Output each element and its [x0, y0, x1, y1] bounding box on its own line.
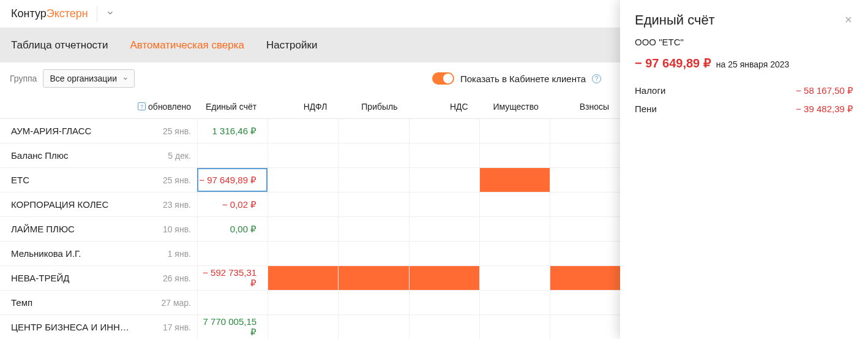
cell-nds[interactable]	[409, 168, 479, 192]
question-icon[interactable]: ?	[138, 102, 146, 110]
cell-ndfl[interactable]	[268, 315, 338, 339]
cell-property[interactable]	[479, 242, 550, 265]
table-row[interactable]: Темп27 мар.	[0, 291, 620, 315]
cell-property[interactable]	[479, 315, 550, 339]
cell-ndfl[interactable]	[268, 119, 338, 143]
cell-profit[interactable]	[338, 192, 408, 216]
cell-contrib[interactable]	[550, 143, 620, 167]
cell-nds[interactable]	[409, 266, 479, 290]
cell-property[interactable]	[479, 266, 550, 290]
cell-contrib[interactable]	[550, 315, 620, 339]
cell-ndfl[interactable]	[268, 168, 338, 192]
col-nds: НДС	[409, 102, 479, 112]
panel-line-label: Налоги	[635, 85, 665, 96]
group-select[interactable]: Все организации	[43, 69, 135, 88]
cell-contrib[interactable]	[550, 242, 620, 265]
col-unified: Единый счёт	[197, 102, 268, 112]
cell-nds[interactable]	[409, 291, 479, 314]
updated-date: 5 дек.	[135, 151, 197, 161]
cell-ndfl[interactable]	[268, 242, 338, 265]
cell-contrib[interactable]	[550, 291, 620, 314]
cell-property[interactable]	[479, 168, 550, 192]
org-name: ЕТС	[0, 175, 135, 185]
updated-date: 26 янв.	[135, 273, 197, 283]
divider	[97, 6, 97, 22]
cell-ndfl[interactable]	[268, 143, 338, 167]
updated-date: 25 янв.	[135, 175, 197, 185]
cell-unified[interactable]	[197, 143, 268, 167]
show-in-cabinet-toggle[interactable]	[432, 72, 454, 85]
cell-ndfl[interactable]	[268, 192, 338, 216]
logo-main: Контур	[11, 7, 47, 20]
tab-report[interactable]: Таблица отчетности	[11, 39, 108, 51]
cell-nds[interactable]	[409, 315, 479, 339]
cell-nds[interactable]	[409, 119, 479, 143]
group-label: Группа	[10, 74, 37, 83]
cell-property[interactable]	[479, 143, 550, 167]
table-row[interactable]: Мельникова И.Г.1 янв.	[0, 242, 620, 266]
org-name: АУМ-АРИЯ-ГЛАСС	[0, 126, 135, 136]
cell-unified[interactable]	[197, 242, 268, 265]
tab-settings[interactable]: Настройки	[266, 39, 317, 51]
panel-line-value: − 39 482,39 ₽	[796, 104, 853, 115]
table-row[interactable]: Баланс Плюс5 дек.	[0, 143, 620, 168]
cell-property[interactable]	[479, 217, 550, 241]
cell-unified[interactable]: − 97 649,89 ₽	[197, 168, 268, 192]
table-row[interactable]: КОРПОРАЦИЯ КОЛЕС23 янв.− 0,02 ₽	[0, 192, 620, 217]
cell-profit[interactable]	[338, 242, 408, 265]
org-name: ЦЕНТР БИЗНЕСА И ИННОВАЦ...	[0, 322, 135, 332]
cell-profit[interactable]	[338, 315, 408, 339]
chevron-down-icon[interactable]	[106, 9, 114, 19]
cell-contrib[interactable]	[550, 192, 620, 216]
cell-nds[interactable]	[409, 143, 479, 167]
cell-unified[interactable]: 0,00 ₽	[197, 217, 268, 241]
org-name: Мельникова И.Г.	[0, 248, 135, 259]
cell-ndfl[interactable]	[268, 291, 338, 314]
cell-profit[interactable]	[338, 143, 408, 167]
reconciliation-table: ? обновлено Единый счёт НДФЛ Прибыль НДС…	[0, 94, 620, 339]
info-icon[interactable]: ?	[592, 74, 601, 83]
cell-contrib[interactable]	[550, 266, 620, 290]
close-icon[interactable]	[844, 12, 853, 28]
cell-unified[interactable]: − 0,02 ₽	[197, 192, 268, 216]
cell-nds[interactable]	[409, 242, 479, 265]
cell-contrib[interactable]	[550, 168, 620, 192]
cell-nds[interactable]	[409, 217, 479, 241]
tab-reconcile[interactable]: Автоматическая сверка	[130, 39, 244, 51]
cell-profit[interactable]	[338, 291, 408, 314]
cell-ndfl[interactable]	[268, 266, 338, 290]
updated-date: 23 янв.	[135, 200, 197, 210]
cell-profit[interactable]	[338, 266, 408, 290]
cell-nds[interactable]	[409, 192, 479, 216]
updated-date: 10 янв.	[135, 224, 197, 234]
table-row[interactable]: ЕТС25 янв.− 97 649,89 ₽	[0, 168, 620, 192]
table-row[interactable]: АУМ-АРИЯ-ГЛАСС25 янв.1 316,46 ₽	[0, 119, 620, 143]
cell-profit[interactable]	[338, 168, 408, 192]
cell-unified[interactable]: − 592 735,31 ₽	[197, 266, 268, 290]
logo[interactable]: КонтурЭкстерн	[11, 7, 88, 20]
cell-contrib[interactable]	[550, 217, 620, 241]
org-name: Баланс Плюс	[0, 150, 135, 161]
cell-contrib[interactable]	[550, 119, 620, 143]
table-row[interactable]: ЛАЙМЕ ПЛЮС10 янв.0,00 ₽	[0, 217, 620, 242]
cell-profit[interactable]	[338, 217, 408, 241]
cell-unified[interactable]: 7 770 005,15 ₽	[197, 315, 268, 339]
cell-unified[interactable]: 1 316,46 ₽	[197, 119, 268, 143]
group-select-value: Все организации	[50, 74, 117, 83]
cell-property[interactable]	[479, 192, 550, 216]
panel-line: Налоги− 58 167,50 ₽	[635, 82, 853, 100]
cell-property[interactable]	[479, 119, 550, 143]
org-name: Темп	[0, 297, 135, 308]
updated-date: 25 янв.	[135, 126, 197, 136]
cell-profit[interactable]	[338, 119, 408, 143]
cell-unified[interactable]	[197, 291, 268, 314]
panel-amount: − 97 649,89 ₽	[635, 56, 711, 70]
logo-accent: Экстерн	[47, 7, 88, 20]
panel-line-value: − 58 167,50 ₽	[796, 85, 853, 96]
table-row[interactable]: ЦЕНТР БИЗНЕСА И ИННОВАЦ...17 янв.7 770 0…	[0, 315, 620, 339]
updated-date: 27 мар.	[135, 298, 197, 308]
cell-ndfl[interactable]	[268, 217, 338, 241]
table-row[interactable]: НЕВА-ТРЕЙД26 янв.− 592 735,31 ₽	[0, 266, 620, 291]
updated-date: 17 янв.	[135, 322, 197, 332]
cell-property[interactable]	[479, 291, 550, 314]
